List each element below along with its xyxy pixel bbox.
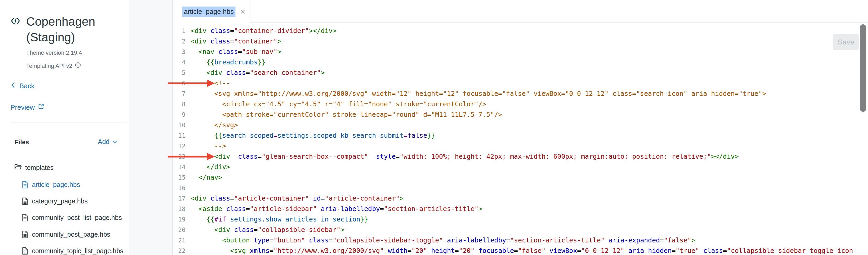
code-line: 21 <button type="button" class="collapsi…: [173, 235, 858, 246]
line-number: 10: [173, 120, 185, 130]
file-name: community_post_page.hbs: [32, 231, 110, 238]
theme-version: Theme version 2.19.4: [26, 50, 82, 56]
file-item-community_post_page[interactable]: community_post_page.hbs: [22, 230, 110, 239]
code-line: 7 <svg xmlns="http://www.w3.org/2000/svg…: [173, 89, 858, 99]
files-header: Files: [15, 138, 29, 146]
file-item-article_page[interactable]: article_page.hbs: [22, 180, 80, 189]
code-line: 1<div class="container-divider"></div>: [173, 26, 858, 36]
line-number: 9: [173, 109, 185, 120]
code-line: 19 {{#if settings.show_articles_in_secti…: [173, 214, 858, 225]
file-name: community_post_list_page.hbs: [32, 214, 122, 222]
code-line: 2<div class="container">: [173, 36, 858, 46]
info-icon[interactable]: [75, 62, 81, 70]
line-number: 18: [173, 204, 185, 214]
line-number: 11: [173, 130, 185, 141]
editor-scrollbar[interactable]: [860, 24, 866, 112]
line-number: 8: [173, 99, 185, 109]
sidebar-divider: [10, 123, 128, 123]
add-label: Add: [98, 138, 110, 146]
code-line: 18 <aside class="article-sidebar" aria-l…: [173, 204, 858, 214]
sidebar: Copenhagen (Staging) Theme version 2.19.…: [0, 0, 173, 255]
line-number: 20: [173, 225, 185, 235]
tab-close-icon[interactable]: ×: [240, 7, 245, 16]
line-number: 1: [173, 26, 185, 36]
code-line: 9 <path stroke="currentColor" stroke-lin…: [173, 109, 858, 120]
file-name: category_page.hbs: [32, 197, 88, 205]
annotation-arrow: [167, 78, 215, 88]
chevron-left-icon: [11, 82, 15, 90]
line-number: 4: [173, 57, 185, 68]
code-line: 3 <nav class="sub-nav">: [173, 46, 858, 57]
tab-label: article_page.hbs: [182, 6, 236, 17]
line-number: 16: [173, 183, 185, 193]
line-number: 14: [173, 162, 185, 172]
file-icon: [22, 231, 28, 238]
line-number: 3: [173, 46, 185, 57]
folder-label: templates: [25, 164, 54, 171]
line-number: 12: [173, 141, 185, 151]
line-number: 19: [173, 214, 185, 225]
tab-article-page[interactable]: article_page.hbs ×: [173, 0, 250, 23]
line-number: 7: [173, 89, 185, 99]
code-line: 5 <div class="search-container">: [173, 68, 858, 78]
templating-api-label: Templating API v2: [26, 63, 72, 69]
chevron-down-icon: [112, 138, 117, 146]
code-line: 8 <circle cx="4.5" cy="4.5" r="4" fill="…: [173, 99, 858, 109]
tab-bar: [173, 0, 868, 23]
file-item-community_topic_list_page[interactable]: community_topic_list_page.hbs: [22, 246, 123, 255]
line-number: 17: [173, 193, 185, 204]
line-number: 5: [173, 68, 185, 78]
line-number: 15: [173, 172, 185, 183]
code-line: 17<div class="article-container" id="art…: [173, 193, 858, 204]
code-line: 15 </nav>: [173, 172, 858, 183]
code-line: 4 {{breadcrumbs}}: [173, 57, 858, 68]
code-line: 14 </div>: [173, 162, 858, 172]
file-item-category_page[interactable]: category_page.hbs: [22, 197, 88, 205]
code-line: 12 -->: [173, 141, 858, 151]
code-line: 10 </svg>: [173, 120, 858, 130]
line-number: 22: [173, 246, 185, 255]
code-brackets-icon: [10, 17, 21, 26]
editor-panel: article_page.hbs × 1<div class="containe…: [173, 0, 868, 255]
file-icon: [22, 247, 28, 255]
line-number: 2: [173, 36, 185, 46]
code-line: 22 <svg xmlns="http://www.w3.org/2000/sv…: [173, 246, 858, 255]
code-line: 6 <!--: [173, 78, 858, 89]
code-line: 13 <div class="glean-search-box--compact…: [173, 151, 858, 162]
folder-templates[interactable]: templates: [14, 163, 54, 172]
preview-label: Preview: [10, 103, 35, 111]
file-item-community_post_list_page[interactable]: community_post_list_page.hbs: [22, 213, 122, 222]
theme-title: Copenhagen (Staging): [26, 13, 115, 45]
save-button[interactable]: Save: [833, 34, 859, 50]
add-button[interactable]: Add: [98, 138, 117, 146]
file-icon: [22, 181, 28, 189]
annotation-arrow: [167, 152, 215, 161]
file-icon: [22, 197, 28, 205]
back-label: Back: [20, 82, 35, 90]
templating-api: Templating API v2: [26, 62, 81, 70]
file-name: article_page.hbs: [32, 181, 80, 189]
code-editor[interactable]: 1<div class="container-divider"></div>2<…: [173, 24, 858, 255]
file-name: community_topic_list_page.hbs: [32, 247, 123, 255]
external-link-icon: [38, 103, 44, 111]
code-line: 20 <div class="collapsible-sidebar">: [173, 225, 858, 235]
back-link[interactable]: Back: [11, 82, 35, 90]
code-line: 11 {{search scoped=settings.scoped_kb_se…: [173, 130, 858, 141]
line-number: 21: [173, 235, 185, 246]
folder-open-icon: [14, 163, 22, 172]
code-line: 16: [173, 183, 858, 193]
theme-code-editor: Copenhagen (Staging) Theme version 2.19.…: [0, 0, 868, 255]
sidebar-scroll-gutter: [129, 0, 172, 255]
preview-link[interactable]: Preview: [10, 103, 44, 111]
file-icon: [22, 214, 28, 222]
